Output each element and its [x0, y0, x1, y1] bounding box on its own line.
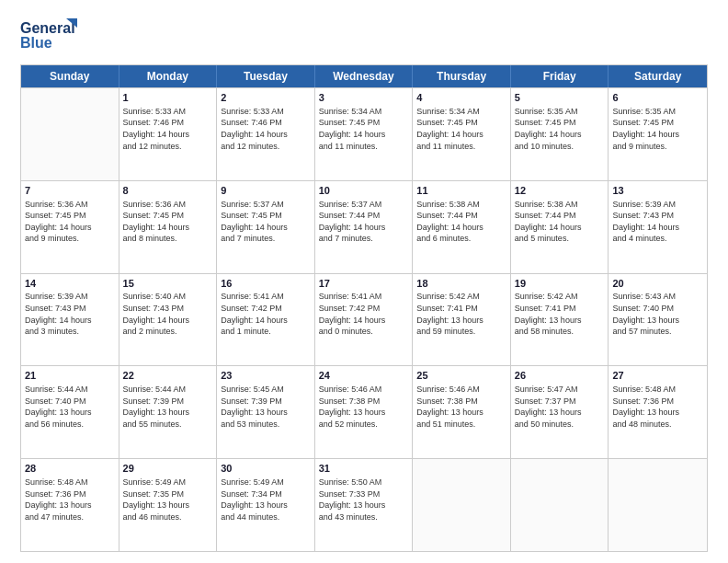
day-number: 2	[221, 91, 311, 105]
calendar-cell: 11Sunrise: 5:38 AM Sunset: 7:44 PM Dayli…	[413, 181, 511, 273]
calendar: SundayMondayTuesdayWednesdayThursdayFrid…	[20, 64, 708, 552]
day-number: 20	[612, 277, 703, 291]
day-info: Sunrise: 5:35 AM Sunset: 7:45 PM Dayligh…	[612, 106, 703, 152]
day-number: 27	[612, 369, 703, 383]
day-info: Sunrise: 5:36 AM Sunset: 7:45 PM Dayligh…	[123, 199, 213, 245]
svg-text:Blue: Blue	[20, 35, 52, 51]
calendar-cell	[413, 459, 511, 551]
calendar-cell: 19Sunrise: 5:42 AM Sunset: 7:41 PM Dayli…	[511, 274, 609, 366]
day-number: 10	[319, 184, 409, 198]
calendar-cell: 12Sunrise: 5:38 AM Sunset: 7:44 PM Dayli…	[511, 181, 609, 273]
calendar-header-cell: Sunday	[21, 65, 119, 87]
day-number: 13	[612, 184, 703, 198]
calendar-cell: 15Sunrise: 5:40 AM Sunset: 7:43 PM Dayli…	[119, 274, 218, 366]
day-info: Sunrise: 5:50 AM Sunset: 7:33 PM Dayligh…	[319, 477, 409, 523]
calendar-header-cell: Saturday	[609, 65, 707, 87]
day-info: Sunrise: 5:42 AM Sunset: 7:41 PM Dayligh…	[515, 291, 605, 337]
day-number: 28	[25, 462, 115, 476]
day-number: 22	[123, 369, 213, 383]
day-number: 17	[319, 277, 409, 291]
svg-text:General: General	[20, 20, 75, 36]
day-number: 21	[25, 369, 115, 383]
day-info: Sunrise: 5:33 AM Sunset: 7:46 PM Dayligh…	[123, 106, 213, 152]
day-info: Sunrise: 5:33 AM Sunset: 7:46 PM Dayligh…	[221, 106, 311, 152]
calendar-row: 7Sunrise: 5:36 AM Sunset: 7:45 PM Daylig…	[21, 180, 707, 273]
day-info: Sunrise: 5:46 AM Sunset: 7:38 PM Dayligh…	[416, 384, 506, 430]
calendar-cell: 10Sunrise: 5:37 AM Sunset: 7:44 PM Dayli…	[315, 181, 414, 273]
day-number: 30	[221, 462, 311, 476]
page: GeneralBlue SundayMondayTuesdayWednesday…	[0, 0, 728, 563]
calendar-cell: 18Sunrise: 5:42 AM Sunset: 7:41 PM Dayli…	[413, 274, 511, 366]
day-info: Sunrise: 5:48 AM Sunset: 7:36 PM Dayligh…	[612, 384, 703, 430]
day-number: 16	[221, 277, 311, 291]
day-number: 8	[123, 184, 213, 198]
calendar-cell: 6Sunrise: 5:35 AM Sunset: 7:45 PM Daylig…	[609, 88, 707, 180]
day-info: Sunrise: 5:38 AM Sunset: 7:44 PM Dayligh…	[416, 199, 506, 245]
day-info: Sunrise: 5:40 AM Sunset: 7:43 PM Dayligh…	[123, 291, 213, 337]
day-info: Sunrise: 5:44 AM Sunset: 7:39 PM Dayligh…	[123, 384, 213, 430]
calendar-cell	[21, 88, 119, 180]
day-number: 25	[416, 369, 506, 383]
day-info: Sunrise: 5:43 AM Sunset: 7:40 PM Dayligh…	[612, 291, 703, 337]
calendar-header-row: SundayMondayTuesdayWednesdayThursdayFrid…	[21, 65, 707, 87]
day-info: Sunrise: 5:37 AM Sunset: 7:44 PM Dayligh…	[319, 199, 409, 245]
day-number: 4	[416, 91, 506, 105]
day-info: Sunrise: 5:34 AM Sunset: 7:45 PM Dayligh…	[416, 106, 506, 152]
day-number: 15	[123, 277, 213, 291]
day-number: 14	[25, 277, 115, 291]
day-number: 31	[319, 462, 409, 476]
calendar-cell: 8Sunrise: 5:36 AM Sunset: 7:45 PM Daylig…	[119, 181, 218, 273]
logo: GeneralBlue	[20, 17, 85, 55]
day-number: 18	[416, 277, 506, 291]
day-info: Sunrise: 5:37 AM Sunset: 7:45 PM Dayligh…	[221, 199, 311, 245]
day-number: 26	[515, 369, 605, 383]
header: GeneralBlue	[20, 17, 708, 55]
day-number: 9	[221, 184, 311, 198]
calendar-body: 1Sunrise: 5:33 AM Sunset: 7:46 PM Daylig…	[21, 87, 707, 551]
day-number: 3	[319, 91, 409, 105]
calendar-row: 28Sunrise: 5:48 AM Sunset: 7:36 PM Dayli…	[21, 458, 707, 551]
calendar-cell	[609, 459, 707, 551]
day-info: Sunrise: 5:41 AM Sunset: 7:42 PM Dayligh…	[319, 291, 409, 337]
calendar-cell: 28Sunrise: 5:48 AM Sunset: 7:36 PM Dayli…	[21, 459, 119, 551]
calendar-cell: 29Sunrise: 5:49 AM Sunset: 7:35 PM Dayli…	[119, 459, 218, 551]
day-number: 23	[221, 369, 311, 383]
calendar-cell: 9Sunrise: 5:37 AM Sunset: 7:45 PM Daylig…	[217, 181, 315, 273]
day-number: 24	[319, 369, 409, 383]
calendar-cell: 21Sunrise: 5:44 AM Sunset: 7:40 PM Dayli…	[21, 366, 119, 458]
day-info: Sunrise: 5:39 AM Sunset: 7:43 PM Dayligh…	[612, 199, 703, 245]
calendar-cell: 5Sunrise: 5:35 AM Sunset: 7:45 PM Daylig…	[511, 88, 609, 180]
day-info: Sunrise: 5:38 AM Sunset: 7:44 PM Dayligh…	[515, 199, 605, 245]
day-number: 6	[612, 91, 703, 105]
calendar-row: 14Sunrise: 5:39 AM Sunset: 7:43 PM Dayli…	[21, 273, 707, 366]
logo-svg: GeneralBlue	[20, 17, 85, 55]
day-info: Sunrise: 5:35 AM Sunset: 7:45 PM Dayligh…	[515, 106, 605, 152]
day-number: 7	[25, 184, 115, 198]
calendar-cell: 4Sunrise: 5:34 AM Sunset: 7:45 PM Daylig…	[413, 88, 511, 180]
day-number: 11	[416, 184, 506, 198]
calendar-cell: 1Sunrise: 5:33 AM Sunset: 7:46 PM Daylig…	[119, 88, 218, 180]
calendar-cell: 22Sunrise: 5:44 AM Sunset: 7:39 PM Dayli…	[119, 366, 218, 458]
calendar-row: 21Sunrise: 5:44 AM Sunset: 7:40 PM Dayli…	[21, 365, 707, 458]
calendar-header-cell: Friday	[511, 65, 609, 87]
day-info: Sunrise: 5:49 AM Sunset: 7:35 PM Dayligh…	[123, 477, 213, 523]
day-info: Sunrise: 5:44 AM Sunset: 7:40 PM Dayligh…	[25, 384, 115, 430]
day-info: Sunrise: 5:42 AM Sunset: 7:41 PM Dayligh…	[416, 291, 506, 337]
calendar-cell: 24Sunrise: 5:46 AM Sunset: 7:38 PM Dayli…	[315, 366, 414, 458]
calendar-row: 1Sunrise: 5:33 AM Sunset: 7:46 PM Daylig…	[21, 87, 707, 180]
calendar-cell: 26Sunrise: 5:47 AM Sunset: 7:37 PM Dayli…	[511, 366, 609, 458]
calendar-cell: 16Sunrise: 5:41 AM Sunset: 7:42 PM Dayli…	[217, 274, 315, 366]
day-number: 12	[515, 184, 605, 198]
calendar-cell: 2Sunrise: 5:33 AM Sunset: 7:46 PM Daylig…	[217, 88, 315, 180]
day-info: Sunrise: 5:34 AM Sunset: 7:45 PM Dayligh…	[319, 106, 409, 152]
calendar-cell: 20Sunrise: 5:43 AM Sunset: 7:40 PM Dayli…	[609, 274, 707, 366]
calendar-cell: 27Sunrise: 5:48 AM Sunset: 7:36 PM Dayli…	[609, 366, 707, 458]
calendar-cell: 14Sunrise: 5:39 AM Sunset: 7:43 PM Dayli…	[21, 274, 119, 366]
calendar-header-cell: Thursday	[413, 65, 511, 87]
calendar-cell: 17Sunrise: 5:41 AM Sunset: 7:42 PM Dayli…	[315, 274, 414, 366]
day-info: Sunrise: 5:49 AM Sunset: 7:34 PM Dayligh…	[221, 477, 311, 523]
day-info: Sunrise: 5:45 AM Sunset: 7:39 PM Dayligh…	[221, 384, 311, 430]
calendar-cell: 31Sunrise: 5:50 AM Sunset: 7:33 PM Dayli…	[315, 459, 414, 551]
calendar-cell: 7Sunrise: 5:36 AM Sunset: 7:45 PM Daylig…	[21, 181, 119, 273]
day-info: Sunrise: 5:39 AM Sunset: 7:43 PM Dayligh…	[25, 291, 115, 337]
